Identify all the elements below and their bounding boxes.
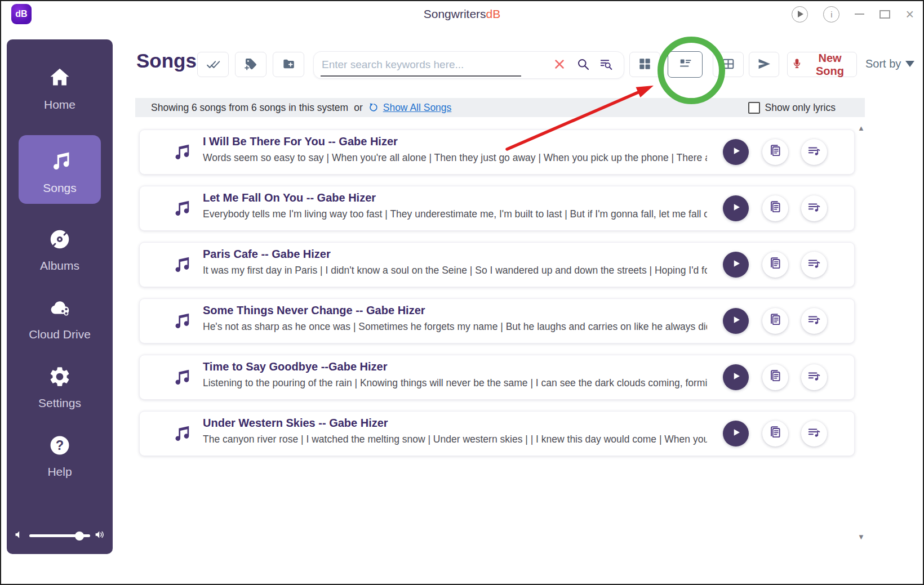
scroll-up-arrow[interactable]: ▲	[858, 124, 865, 132]
main-content: Songs	[121, 27, 923, 584]
song-copy-document-button[interactable]	[762, 139, 788, 165]
sidebar-item-label: Help	[47, 465, 72, 479]
song-row[interactable]: Let Me Fall On You -- Gabe Hizer Everybo…	[139, 186, 855, 231]
song-title: I Will Be There For You -- Gabe Hizer	[203, 135, 398, 148]
close-button[interactable]: ×	[905, 7, 914, 22]
add-folder-button[interactable]	[273, 52, 304, 77]
app-window: dB SongwritersdB i × Home Songs Albums C…	[0, 0, 924, 585]
song-play-button[interactable]	[723, 364, 749, 390]
chevron-down-icon	[905, 61, 914, 67]
new-song-button[interactable]: New Song	[787, 52, 857, 77]
song-row[interactable]: Paris Cafe -- Gabe Hizer It was my first…	[139, 242, 855, 287]
add-tag-button[interactable]	[235, 52, 266, 77]
sidebar-item-label: Home	[44, 98, 75, 111]
window-title-accent: dB	[486, 7, 501, 21]
song-play-button[interactable]	[723, 139, 749, 165]
sidebar-item-albums[interactable]: Albums	[15, 227, 105, 273]
home-icon	[47, 65, 72, 93]
table-view-button[interactable]	[713, 52, 744, 77]
song-row[interactable]: Under Western Skies -- Gabe Hizer The ca…	[139, 411, 855, 456]
search-button[interactable]	[575, 57, 592, 74]
song-playlist-lyrics-button[interactable]	[801, 252, 827, 278]
music-note-icon	[170, 367, 192, 388]
table-view-icon	[721, 57, 735, 73]
scroll-down-arrow[interactable]: ▼	[858, 533, 865, 541]
song-playlist-lyrics-button[interactable]	[801, 195, 827, 221]
playlist-music-icon	[807, 200, 821, 217]
document-copy-icon	[768, 200, 783, 217]
sidebar-item-label: Albums	[40, 259, 79, 273]
song-copy-document-button[interactable]	[762, 364, 788, 390]
info-icon: i	[830, 10, 832, 19]
song-title: Paris Cafe -- Gabe Hizer	[203, 248, 331, 261]
speaker-low-icon	[14, 529, 25, 543]
play-icon	[728, 312, 743, 329]
app-logo-icon: dB	[11, 4, 32, 24]
playlist-music-icon	[807, 312, 821, 329]
volume-slider[interactable]	[29, 534, 90, 537]
song-play-button[interactable]	[723, 308, 749, 334]
song-copy-document-button[interactable]	[762, 308, 788, 334]
volume-slider-thumb[interactable]	[75, 532, 84, 541]
volume-control	[14, 529, 106, 543]
song-copy-document-button[interactable]	[762, 421, 788, 446]
play-icon	[798, 11, 803, 17]
song-playlist-lyrics-button[interactable]	[801, 364, 827, 390]
sidebar-item-home[interactable]: Home	[15, 65, 105, 111]
song-play-button[interactable]	[723, 195, 749, 221]
show-only-lyrics-checkbox[interactable]	[748, 102, 760, 114]
showing-count-text: Showing 6 songs from 6 songs in this sys…	[151, 102, 348, 114]
song-playlist-lyrics-button[interactable]	[801, 308, 827, 334]
gear-icon	[48, 365, 72, 391]
sidebar-item-songs[interactable]: Songs	[19, 135, 101, 204]
refresh-icon[interactable]	[368, 102, 380, 113]
show-all-songs-link[interactable]: Show All Songs	[383, 102, 452, 114]
song-playlist-lyrics-button[interactable]	[801, 421, 827, 446]
filter-search-icon	[599, 57, 613, 73]
maximize-button[interactable]	[879, 7, 890, 22]
clear-search-button[interactable]	[551, 57, 568, 74]
filter-search-button[interactable]	[598, 57, 615, 74]
cloud-share-icon	[48, 296, 72, 323]
song-row[interactable]: Time to Say Goodbye --Gabe Hizer Listeni…	[139, 355, 855, 400]
titlebar-info-button[interactable]: i	[823, 6, 839, 23]
playlist-music-icon	[807, 256, 821, 273]
or-text: or	[354, 102, 363, 114]
search-input[interactable]	[321, 54, 521, 77]
grid-view-icon	[638, 57, 652, 73]
sidebar-item-label: Cloud Drive	[29, 328, 91, 341]
list-view-button[interactable]	[668, 51, 703, 78]
app-logo-text: dB	[15, 9, 27, 19]
play-icon	[728, 425, 743, 442]
help-icon: ?	[48, 434, 72, 460]
window-title-main: Songwriters	[424, 7, 486, 21]
titlebar-play-button[interactable]	[792, 6, 808, 23]
song-title: Under Western Skies -- Gabe Hizer	[203, 417, 388, 430]
song-lyrics-preview: Listening to the pouring of the rain | K…	[203, 377, 707, 389]
song-row[interactable]: Some Things Never Change -- Gabe Hizer H…	[139, 298, 855, 343]
document-copy-icon	[768, 312, 783, 329]
song-copy-document-button[interactable]	[762, 195, 788, 221]
double-check-icon	[206, 57, 220, 73]
send-icon	[757, 57, 771, 73]
grid-view-button[interactable]	[629, 52, 660, 77]
status-bar: Showing 6 songs from 6 songs in this sys…	[135, 98, 865, 117]
play-icon	[728, 144, 743, 160]
song-playlist-lyrics-button[interactable]	[801, 139, 827, 165]
song-row[interactable]: I Will Be There For You -- Gabe Hizer Wo…	[139, 129, 855, 175]
sidebar-item-help[interactable]: ? Help	[15, 434, 105, 479]
select-all-button[interactable]	[197, 52, 229, 77]
music-note-icon	[47, 149, 72, 176]
song-play-button[interactable]	[723, 252, 749, 278]
minimize-button[interactable]	[855, 7, 864, 22]
clear-x-icon	[553, 57, 566, 73]
sidebar-item-cloud-drive[interactable]: Cloud Drive	[15, 296, 105, 341]
sort-by-dropdown[interactable]: Sort by	[865, 57, 914, 70]
play-icon	[728, 200, 743, 217]
song-play-button[interactable]	[723, 421, 749, 446]
svg-text:?: ?	[56, 438, 64, 453]
song-copy-document-button[interactable]	[762, 252, 788, 278]
minimize-icon	[855, 14, 864, 15]
sidebar-item-settings[interactable]: Settings	[15, 365, 105, 410]
send-button[interactable]	[749, 52, 779, 77]
